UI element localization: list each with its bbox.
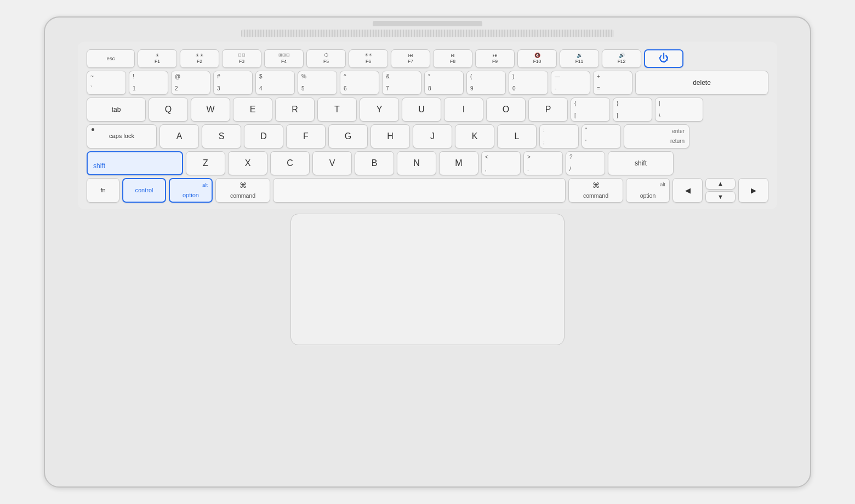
key-shift-left[interactable]: shift <box>87 151 183 175</box>
key-3[interactable]: # 3 <box>213 71 253 95</box>
key-backtick[interactable]: ~ ` <box>87 71 126 95</box>
key-9[interactable]: ( 9 <box>466 71 506 95</box>
key-command-left[interactable]: ⌘ command <box>215 178 270 203</box>
key-f2[interactable]: ☀☀ F2 <box>180 49 219 68</box>
key-f8[interactable]: ⏯ F8 <box>433 49 472 68</box>
key-t[interactable]: T <box>317 98 357 122</box>
laptop-body: esc ☀ F1 ☀☀ F2 ⊡⊡ F3 ⊞⊞⊞ F4 🌣 F5 <box>44 16 811 488</box>
key-f[interactable]: F <box>286 124 326 148</box>
key-f11[interactable]: 🔉 F11 <box>560 49 599 68</box>
key-tab[interactable]: tab <box>87 98 146 122</box>
key-f12[interactable]: 🔊 F12 <box>602 49 641 68</box>
key-g[interactable]: G <box>328 124 368 148</box>
key-arrow-up[interactable]: ▲ <box>705 178 736 190</box>
key-q[interactable]: Q <box>149 98 188 122</box>
key-power[interactable]: ⏻ <box>644 49 683 68</box>
key-1[interactable]: ! 1 <box>129 71 168 95</box>
key-arrow-right[interactable]: ▶ <box>738 178 768 203</box>
key-enter[interactable]: enter return <box>624 124 689 148</box>
key-2[interactable]: @ 2 <box>171 71 210 95</box>
key-space[interactable] <box>273 178 566 203</box>
key-c[interactable]: C <box>270 151 310 175</box>
key-f5[interactable]: 🌣 F5 <box>306 49 346 68</box>
key-bracket-open[interactable]: { [ <box>571 98 610 122</box>
key-6[interactable]: ^ 6 <box>340 71 379 95</box>
key-option-left[interactable]: alt option <box>169 178 213 203</box>
key-option-right[interactable]: alt option <box>626 178 670 203</box>
key-e[interactable]: E <box>233 98 272 122</box>
keyboard: esc ☀ F1 ☀☀ F2 ⊡⊡ F3 ⊞⊞⊞ F4 🌣 F5 <box>78 42 777 209</box>
key-fn[interactable]: fn <box>87 178 119 203</box>
key-comma[interactable]: < , <box>481 151 521 175</box>
key-command-right[interactable]: ⌘ command <box>568 178 623 203</box>
key-control[interactable]: control <box>122 178 166 203</box>
key-period[interactable]: > . <box>523 151 563 175</box>
key-f9[interactable]: ⏭ F9 <box>475 49 515 68</box>
key-k[interactable]: K <box>455 124 494 148</box>
key-minus[interactable]: — - <box>551 71 590 95</box>
key-h[interactable]: H <box>371 124 410 148</box>
fn-key-row: esc ☀ F1 ☀☀ F2 ⊡⊡ F3 ⊞⊞⊞ F4 🌣 F5 <box>87 49 768 68</box>
key-5[interactable]: % 5 <box>298 71 337 95</box>
key-semicolon[interactable]: : ; <box>539 124 579 148</box>
key-arrow-left[interactable]: ◀ <box>672 178 703 203</box>
key-r[interactable]: R <box>275 98 315 122</box>
number-key-row: ~ ` ! 1 @ 2 # 3 $ 4 % 5 <box>87 71 768 95</box>
key-f1[interactable]: ☀ F1 <box>138 49 177 68</box>
key-shift-right[interactable]: shift <box>608 151 674 175</box>
zxcv-key-row: shift Z X C V B N M < , > . ? / shift <box>87 151 768 175</box>
key-s[interactable]: S <box>202 124 241 148</box>
key-p[interactable]: P <box>528 98 568 122</box>
qwerty-key-row: tab Q W E R T Y U I O P { [ } ] | \ <box>87 98 768 122</box>
key-n[interactable]: N <box>397 151 436 175</box>
key-f6[interactable]: ☀☀ F6 <box>349 49 388 68</box>
key-w[interactable]: W <box>191 98 230 122</box>
key-f4[interactable]: ⊞⊞⊞ F4 <box>264 49 304 68</box>
key-x[interactable]: X <box>228 151 267 175</box>
key-a[interactable]: A <box>159 124 199 148</box>
asdf-key-row: caps lock A S D F G H J K L : ; " ' ente… <box>87 124 768 148</box>
key-arrow-down[interactable]: ▼ <box>705 191 736 203</box>
key-8[interactable]: * 8 <box>424 71 464 95</box>
key-y[interactable]: Y <box>360 98 399 122</box>
key-equals[interactable]: + = <box>593 71 632 95</box>
key-j[interactable]: J <box>413 124 452 148</box>
key-l[interactable]: L <box>497 124 537 148</box>
speaker-grille <box>241 30 614 37</box>
key-i[interactable]: I <box>444 98 483 122</box>
key-backslash[interactable]: | \ <box>655 98 703 122</box>
bottom-key-row: fn control alt option ⌘ command ⌘ comman… <box>87 178 768 203</box>
hinge <box>373 21 482 26</box>
key-slash[interactable]: ? / <box>566 151 605 175</box>
key-bracket-close[interactable]: } ] <box>613 98 652 122</box>
key-quote[interactable]: " ' <box>582 124 621 148</box>
key-caps-lock[interactable]: caps lock <box>87 124 157 148</box>
key-v[interactable]: V <box>312 151 352 175</box>
key-4[interactable]: $ 4 <box>255 71 295 95</box>
key-m[interactable]: M <box>439 151 478 175</box>
key-f10[interactable]: 🔇 F10 <box>517 49 557 68</box>
key-d[interactable]: D <box>244 124 283 148</box>
trackpad[interactable] <box>290 214 565 345</box>
key-u[interactable]: U <box>402 98 441 122</box>
key-f3[interactable]: ⊡⊡ F3 <box>222 49 261 68</box>
key-7[interactable]: & 7 <box>382 71 421 95</box>
key-0[interactable]: ) 0 <box>509 71 548 95</box>
key-b[interactable]: B <box>355 151 394 175</box>
key-esc[interactable]: esc <box>87 49 135 68</box>
key-delete[interactable]: delete <box>635 71 768 95</box>
key-f7[interactable]: ⏮ F7 <box>391 49 430 68</box>
key-z[interactable]: Z <box>186 151 225 175</box>
key-o[interactable]: O <box>486 98 526 122</box>
